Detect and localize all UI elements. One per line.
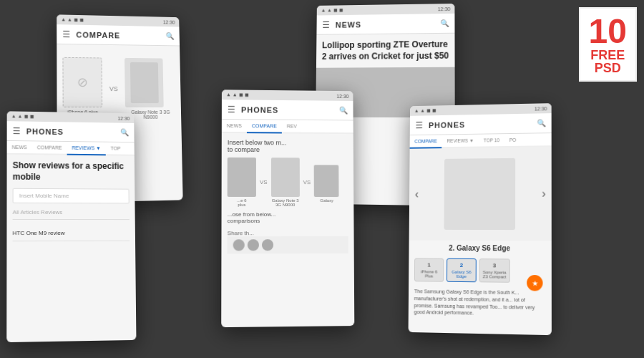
carousel-prev[interactable]: ‹ (415, 188, 419, 201)
detail-body: The Samsung Galaxy S6 Edge is the South … (409, 284, 552, 322)
menu-icon-4: ☰ (228, 105, 235, 115)
mid-item-3: Galaxy (314, 158, 339, 207)
mobile-name-input[interactable]: Insert Mobile Name (13, 188, 130, 204)
header-compare-main: ☰ COMPARE 🔍 (57, 24, 180, 46)
status-time-4: 12:30 (336, 93, 348, 98)
header-title-1: COMPARE (76, 30, 165, 40)
mid-bar-2 (271, 158, 300, 197)
carousel-next[interactable]: › (542, 188, 545, 200)
header-title-5: PHONES (429, 119, 537, 129)
search-icon-2: 🔍 (120, 128, 129, 136)
reviews-content: Show reviews for a specific mobile Inser… (6, 155, 135, 248)
mid-label-3: Galaxy (314, 198, 339, 203)
share-label: Share th... (228, 230, 348, 236)
badge-number: 10 (589, 14, 627, 49)
article-item-1: HTC One M9 review (13, 226, 130, 241)
phone-img-2 (130, 62, 158, 103)
compare-item-1: ⊘ iPhone 6 plus (62, 57, 102, 120)
search-icon-5: 🔍 (537, 119, 545, 127)
search-icon-3: 🔍 (440, 19, 449, 27)
compare-mid-bars: ...e 6plus VS Galaxy Note 33G N9000 VS G… (228, 158, 348, 207)
menu-icon-1: ☰ (62, 29, 70, 39)
share-bar (228, 236, 348, 254)
nav-top10-5[interactable]: TOP 10 (479, 134, 504, 146)
fab-button[interactable]: ★ (527, 275, 542, 291)
compare-boxes: ⊘ iPhone 6 plus VS Galaxy Note 3 3G N900… (62, 57, 175, 120)
signal-icons-1: ▲ ▲ ◼ ◼ (61, 16, 84, 23)
header-news-main: ☰ NEWS 🔍 (316, 14, 454, 35)
signal-icons-3: ▲ ▲ ◼ ◼ (321, 7, 343, 13)
mid-item-2: Galaxy Note 33G N9000 (271, 158, 300, 207)
share-icon-gp (262, 239, 273, 251)
menu-icon-2: ☰ (13, 126, 21, 136)
thumb-2[interactable]: 2 Galaxy S6Edge (447, 258, 477, 282)
nav-reviews-2[interactable]: REVIEWS ▼ (67, 142, 105, 155)
compare-box-2 (125, 58, 164, 107)
menu-icon-5: ☰ (416, 120, 424, 130)
mid-label-2: Galaxy Note 33G N9000 (271, 198, 300, 207)
header-phones-reviews: ☰ PHONES 🔍 (7, 121, 135, 142)
mid-label-1: ...e 6plus (228, 198, 256, 207)
thumb-3[interactable]: 3 Sony XperiaZ3 Compact (479, 258, 510, 283)
search-icon-4: 🔍 (339, 107, 348, 115)
mid-bar-1 (228, 158, 256, 197)
signal-icons-4: ▲ ▲ ◼ ◼ (226, 92, 249, 97)
choose-label: ...ose from below...comparisons (228, 211, 348, 224)
nav-compare-2[interactable]: COMPARE (32, 141, 67, 153)
signal-icons-2: ▲ ▲ ◼ ◼ (11, 113, 34, 119)
nav-reviews-5[interactable]: REVIEWS ▼ (442, 135, 479, 147)
compare-mid-content: Insert below two m...to compare ...e 6pl… (221, 133, 353, 260)
nav-rev-4[interactable]: REV (282, 120, 302, 132)
nav-news-4[interactable]: NEWS (222, 120, 247, 132)
slash-icon: ⊘ (77, 74, 88, 90)
phone-phones-detail: ▲ ▲ ◼ ◼ 12:30 ☰ PHONES 🔍 COMPARE REVIEWS… (409, 103, 552, 335)
reviews-heading: Show reviews for a specific mobile (13, 160, 130, 183)
compare-box-1: ⊘ (62, 57, 102, 107)
nav-phones-detail: COMPARE REVIEWS ▼ TOP 10 PO (410, 133, 552, 149)
status-time-3: 12:30 (438, 6, 451, 11)
vs-label: VS (109, 85, 118, 92)
thumb-label-2: Galaxy S6Edge (450, 270, 473, 279)
carousel-image (444, 158, 516, 230)
nav-compare-mid: NEWS COMPARE REV (222, 120, 353, 134)
thumb-label-3: Sony XperiaZ3 Compact (483, 270, 507, 279)
mid-bar-3 (314, 165, 339, 197)
phone-compare-mid: ▲ ▲ ◼ ◼ 12:30 ☰ PHONES 🔍 NEWS COMPARE RE… (221, 90, 354, 327)
status-time-2: 12:30 (117, 115, 130, 120)
status-time-1: 12:30 (163, 19, 175, 24)
status-time-5: 12:30 (535, 106, 547, 111)
carousel-title: 2. Galaxy S6 Edge (409, 241, 551, 256)
mid-item-1: ...e 6plus (228, 158, 256, 207)
news-headline: Lollipop sporting ZTE Overture 2 arrives… (316, 34, 455, 68)
share-icon-tw (248, 239, 259, 251)
thumb-num-1: 1 (418, 261, 440, 268)
nav-compare-5[interactable]: COMPARE (410, 135, 442, 148)
menu-icon-3: ☰ (322, 20, 330, 30)
search-icon-1: 🔍 (166, 32, 175, 40)
thumb-num-3: 3 (483, 262, 507, 268)
share-icon-fb (233, 239, 245, 251)
header-title-4: PHONES (241, 105, 339, 115)
header-title-3: NEWS (336, 19, 441, 29)
thumb-1[interactable]: 1 iPhone 6Plus (414, 258, 444, 281)
signal-icons-5: ▲ ▲ ◼ ◼ (414, 107, 436, 113)
badge-psd: PSD (589, 62, 627, 74)
thumb-num-2: 2 (450, 262, 473, 268)
nav-top-2[interactable]: TOP (106, 142, 126, 155)
phone-phones-reviews: ▲ ▲ ◼ ◼ 12:30 ☰ PHONES 🔍 NEWS COMPARE RE… (6, 111, 136, 342)
nav-po-5[interactable]: PO (504, 134, 521, 146)
badge-container: 10 FREE PSD (579, 7, 637, 82)
nav-phones-reviews: NEWS COMPARE REVIEWS ▼ TOP (7, 141, 135, 156)
nav-news-2[interactable]: NEWS (7, 141, 32, 153)
vs-mid-1: VS (260, 179, 268, 185)
compare-item-2: Galaxy Note 3 3G N9000 (125, 58, 175, 120)
vs-mid-2: VS (303, 179, 311, 185)
header-compare-mid: ☰ PHONES 🔍 (222, 100, 353, 120)
insert-label: Insert below two m...to compare (228, 139, 348, 154)
badge-free: FREE (589, 49, 627, 62)
header-title-2: PHONES (26, 127, 120, 137)
nav-compare-4[interactable]: COMPARE (247, 120, 282, 133)
thumb-label-1: iPhone 6Plus (418, 269, 440, 278)
header-phones-detail: ☰ PHONES 🔍 (410, 113, 552, 135)
all-reviews-label: All Articles Reviews (13, 209, 130, 220)
